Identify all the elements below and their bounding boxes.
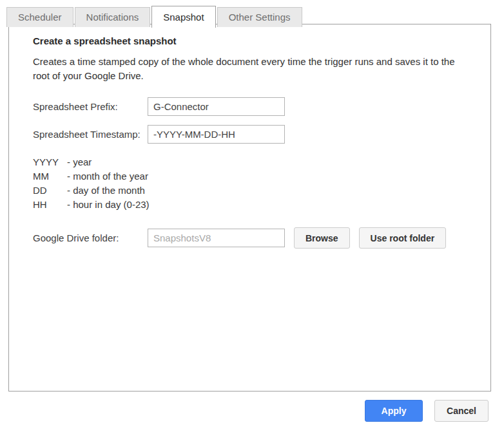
spreadsheet-timestamp-label: Spreadsheet Timestamp: (33, 129, 148, 140)
timestamp-legend: YYYY - year MM - month of the year DD - … (33, 155, 490, 212)
legend-row-mm: MM - month of the year (33, 169, 490, 184)
legend-token: DD (33, 184, 67, 198)
apply-button[interactable]: Apply (365, 400, 423, 422)
spreadsheet-prefix-input[interactable] (148, 97, 285, 116)
panel-title: Create a spreadsheet snapshot (33, 35, 490, 46)
tab-other-settings[interactable]: Other Settings (217, 7, 302, 27)
tab-notifications[interactable]: Notifications (75, 7, 151, 27)
legend-row-hh: HH - hour in day (0-23) (33, 198, 490, 212)
tab-bar: Scheduler Notifications Snapshot Other S… (6, 0, 504, 27)
legend-token: HH (33, 198, 67, 212)
spreadsheet-timestamp-row: Spreadsheet Timestamp: (33, 125, 490, 144)
legend-row-dd: DD - day of the month (33, 184, 490, 198)
spreadsheet-prefix-label: Spreadsheet Prefix: (33, 101, 148, 112)
spreadsheet-prefix-row: Spreadsheet Prefix: (33, 97, 490, 116)
dialog-footer: Apply Cancel (365, 400, 489, 422)
legend-row-yyyy: YYYY - year (33, 155, 490, 169)
google-drive-folder-input[interactable] (148, 229, 285, 247)
legend-description: - month of the year (67, 169, 148, 184)
cancel-button[interactable]: Cancel (434, 400, 489, 422)
legend-description: - year (67, 155, 92, 169)
browse-button[interactable]: Browse (294, 227, 350, 249)
settings-dialog: Scheduler Notifications Snapshot Other S… (0, 0, 504, 434)
snapshot-panel: Create a spreadsheet snapshot Creates a … (8, 24, 491, 392)
tab-scheduler[interactable]: Scheduler (6, 7, 73, 27)
legend-description: - hour in day (0-23) (67, 198, 150, 212)
google-drive-folder-label: Google Drive folder: (33, 232, 148, 243)
panel-description: Creates a time stamped copy of the whole… (33, 55, 461, 83)
google-drive-folder-row: Google Drive folder: Browse Use root fol… (33, 227, 490, 249)
legend-token: MM (33, 169, 67, 184)
use-root-folder-button[interactable]: Use root folder (359, 227, 447, 249)
tab-snapshot[interactable]: Snapshot (151, 6, 215, 28)
legend-description: - day of the month (67, 184, 145, 198)
spreadsheet-timestamp-input[interactable] (148, 125, 285, 144)
legend-token: YYYY (33, 155, 67, 169)
